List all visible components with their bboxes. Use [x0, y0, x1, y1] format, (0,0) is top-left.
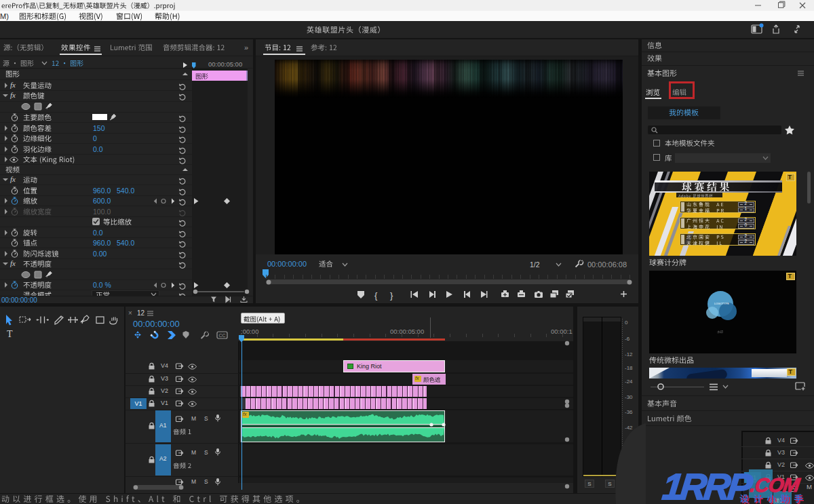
- svg-text:CC: CC: [219, 333, 226, 338]
- svg-text:}: }: [390, 290, 393, 301]
- svg-text:LOGOTYPE: LOGOTYPE: [714, 302, 729, 305]
- svg-text:{: {: [374, 290, 378, 301]
